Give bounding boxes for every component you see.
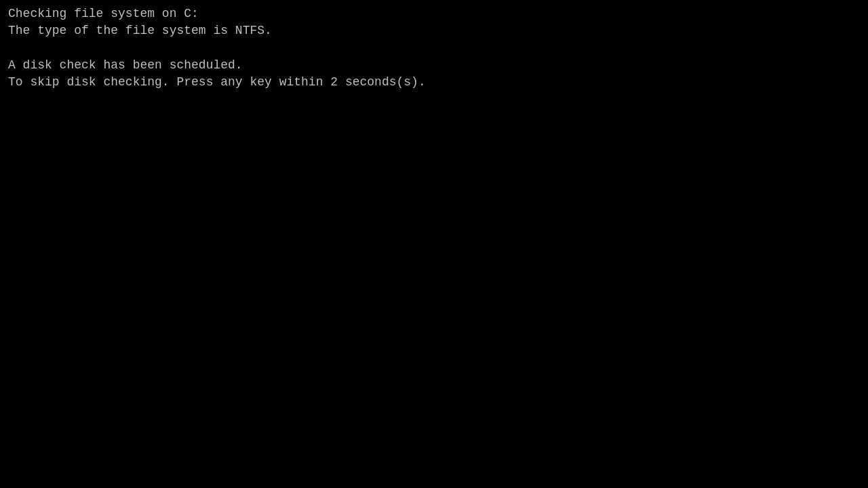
terminal-line-2: The type of the file system is NTFS. xyxy=(8,22,860,39)
terminal-blank-1 xyxy=(8,39,860,56)
terminal-screen: Checking file system on C: The type of t… xyxy=(0,0,868,488)
terminal-line-3: A disk check has been scheduled. xyxy=(8,57,860,74)
terminal-line-4: To skip disk checking. Press any key wit… xyxy=(8,74,860,91)
terminal-line-1: Checking file system on C: xyxy=(8,5,860,22)
